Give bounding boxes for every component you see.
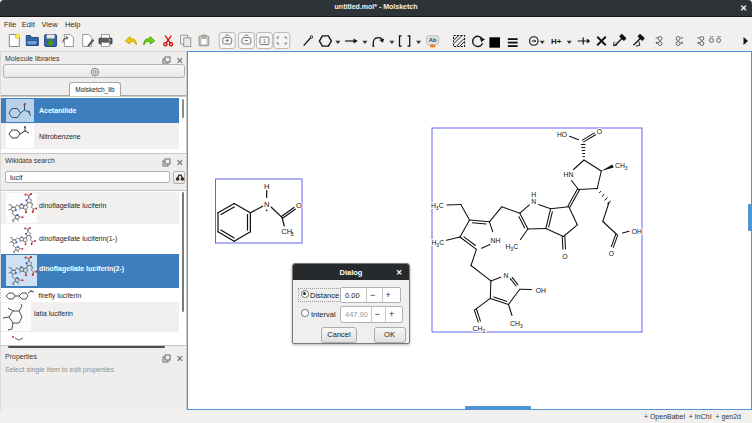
svg-text:NH: NH: [491, 237, 501, 244]
svg-text:Ab: Ab: [429, 37, 437, 43]
svg-text:O: O: [609, 250, 614, 257]
svg-text:2: 2: [483, 328, 486, 334]
svg-text:O: O: [597, 128, 602, 135]
svg-text:CH: CH: [473, 325, 483, 332]
svg-text:CH: CH: [510, 320, 520, 327]
svg-text:N: N: [531, 198, 536, 205]
svg-text:N: N: [264, 200, 269, 209]
svg-text:H: H: [531, 191, 536, 198]
svg-text:O: O: [562, 253, 567, 260]
svg-text:H: H: [264, 182, 269, 191]
svg-text:OH: OH: [536, 287, 546, 294]
svg-text:HN: HN: [564, 171, 574, 178]
svg-text:C: C: [439, 202, 444, 209]
svg-text:O: O: [296, 201, 302, 210]
svg-text:N: N: [504, 272, 509, 279]
svg-text:3: 3: [290, 231, 293, 237]
svg-text:C: C: [513, 243, 518, 250]
svg-text:C: C: [439, 239, 444, 246]
svg-text:HO: HO: [557, 131, 567, 138]
svg-text:OH: OH: [632, 228, 642, 235]
svg-text:3: 3: [625, 165, 628, 171]
svg-text:3: 3: [520, 323, 523, 329]
svg-text:CH: CH: [615, 162, 625, 169]
svg-text:H+: H+: [551, 37, 562, 46]
